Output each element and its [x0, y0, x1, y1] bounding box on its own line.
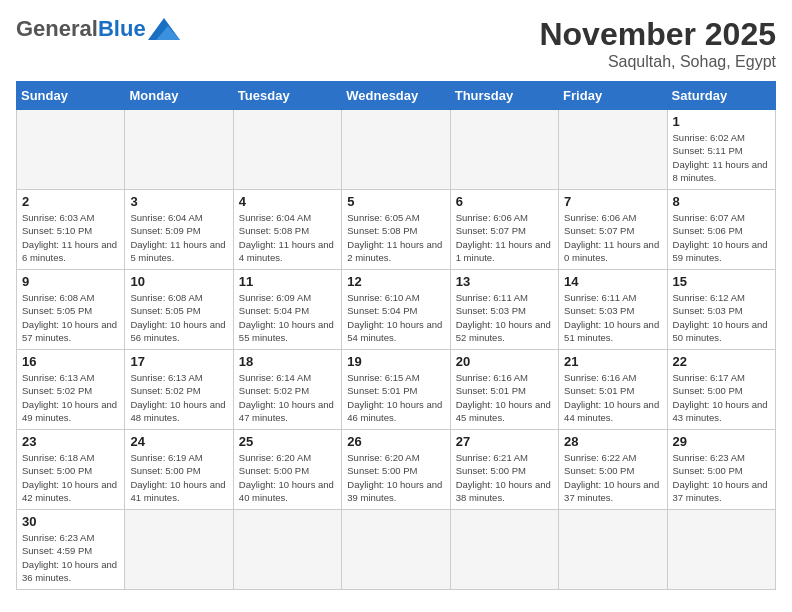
- calendar: SundayMondayTuesdayWednesdayThursdayFrid…: [16, 81, 776, 590]
- calendar-cell: 19Sunrise: 6:15 AMSunset: 5:01 PMDayligh…: [342, 350, 450, 430]
- calendar-cell: 30Sunrise: 6:23 AMSunset: 4:59 PMDayligh…: [17, 510, 125, 590]
- calendar-cell: 4Sunrise: 6:04 AMSunset: 5:08 PMDaylight…: [233, 190, 341, 270]
- day-info: Sunrise: 6:11 AMSunset: 5:03 PMDaylight:…: [564, 291, 661, 344]
- day-info: Sunrise: 6:10 AMSunset: 5:04 PMDaylight:…: [347, 291, 444, 344]
- calendar-cell: [450, 110, 558, 190]
- day-info: Sunrise: 6:14 AMSunset: 5:02 PMDaylight:…: [239, 371, 336, 424]
- logo-general-text: General: [16, 16, 98, 42]
- day-number: 12: [347, 274, 444, 289]
- day-info: Sunrise: 6:21 AMSunset: 5:00 PMDaylight:…: [456, 451, 553, 504]
- calendar-week-1: 2Sunrise: 6:03 AMSunset: 5:10 PMDaylight…: [17, 190, 776, 270]
- weekday-header-tuesday: Tuesday: [233, 82, 341, 110]
- day-number: 25: [239, 434, 336, 449]
- calendar-cell: [17, 110, 125, 190]
- day-number: 7: [564, 194, 661, 209]
- weekday-header-sunday: Sunday: [17, 82, 125, 110]
- day-number: 30: [22, 514, 119, 529]
- day-number: 28: [564, 434, 661, 449]
- header: GeneralBlue November 2025 Saqultah, Soha…: [16, 16, 776, 71]
- calendar-cell: 22Sunrise: 6:17 AMSunset: 5:00 PMDayligh…: [667, 350, 775, 430]
- day-number: 8: [673, 194, 770, 209]
- calendar-week-2: 9Sunrise: 6:08 AMSunset: 5:05 PMDaylight…: [17, 270, 776, 350]
- title-area: November 2025 Saqultah, Sohag, Egypt: [539, 16, 776, 71]
- day-number: 11: [239, 274, 336, 289]
- day-number: 13: [456, 274, 553, 289]
- calendar-cell: [125, 110, 233, 190]
- day-number: 27: [456, 434, 553, 449]
- calendar-cell: 7Sunrise: 6:06 AMSunset: 5:07 PMDaylight…: [559, 190, 667, 270]
- day-number: 3: [130, 194, 227, 209]
- calendar-cell: 8Sunrise: 6:07 AMSunset: 5:06 PMDaylight…: [667, 190, 775, 270]
- calendar-week-0: 1Sunrise: 6:02 AMSunset: 5:11 PMDaylight…: [17, 110, 776, 190]
- day-info: Sunrise: 6:13 AMSunset: 5:02 PMDaylight:…: [22, 371, 119, 424]
- calendar-cell: 26Sunrise: 6:20 AMSunset: 5:00 PMDayligh…: [342, 430, 450, 510]
- calendar-cell: 3Sunrise: 6:04 AMSunset: 5:09 PMDaylight…: [125, 190, 233, 270]
- calendar-cell: 20Sunrise: 6:16 AMSunset: 5:01 PMDayligh…: [450, 350, 558, 430]
- logo-icon: [148, 18, 180, 40]
- day-info: Sunrise: 6:17 AMSunset: 5:00 PMDaylight:…: [673, 371, 770, 424]
- calendar-cell: 2Sunrise: 6:03 AMSunset: 5:10 PMDaylight…: [17, 190, 125, 270]
- day-number: 29: [673, 434, 770, 449]
- day-info: Sunrise: 6:11 AMSunset: 5:03 PMDaylight:…: [456, 291, 553, 344]
- day-info: Sunrise: 6:08 AMSunset: 5:05 PMDaylight:…: [22, 291, 119, 344]
- day-info: Sunrise: 6:12 AMSunset: 5:03 PMDaylight:…: [673, 291, 770, 344]
- calendar-cell: 10Sunrise: 6:08 AMSunset: 5:05 PMDayligh…: [125, 270, 233, 350]
- day-number: 1: [673, 114, 770, 129]
- day-info: Sunrise: 6:07 AMSunset: 5:06 PMDaylight:…: [673, 211, 770, 264]
- day-info: Sunrise: 6:23 AMSunset: 4:59 PMDaylight:…: [22, 531, 119, 584]
- day-info: Sunrise: 6:06 AMSunset: 5:07 PMDaylight:…: [456, 211, 553, 264]
- day-number: 23: [22, 434, 119, 449]
- day-info: Sunrise: 6:04 AMSunset: 5:09 PMDaylight:…: [130, 211, 227, 264]
- day-number: 18: [239, 354, 336, 369]
- day-number: 5: [347, 194, 444, 209]
- day-info: Sunrise: 6:15 AMSunset: 5:01 PMDaylight:…: [347, 371, 444, 424]
- calendar-cell: 28Sunrise: 6:22 AMSunset: 5:00 PMDayligh…: [559, 430, 667, 510]
- day-info: Sunrise: 6:16 AMSunset: 5:01 PMDaylight:…: [456, 371, 553, 424]
- calendar-cell: 13Sunrise: 6:11 AMSunset: 5:03 PMDayligh…: [450, 270, 558, 350]
- weekday-header-friday: Friday: [559, 82, 667, 110]
- calendar-cell: 16Sunrise: 6:13 AMSunset: 5:02 PMDayligh…: [17, 350, 125, 430]
- day-info: Sunrise: 6:20 AMSunset: 5:00 PMDaylight:…: [347, 451, 444, 504]
- calendar-cell: 17Sunrise: 6:13 AMSunset: 5:02 PMDayligh…: [125, 350, 233, 430]
- day-info: Sunrise: 6:02 AMSunset: 5:11 PMDaylight:…: [673, 131, 770, 184]
- calendar-week-3: 16Sunrise: 6:13 AMSunset: 5:02 PMDayligh…: [17, 350, 776, 430]
- calendar-cell: 11Sunrise: 6:09 AMSunset: 5:04 PMDayligh…: [233, 270, 341, 350]
- calendar-cell: 9Sunrise: 6:08 AMSunset: 5:05 PMDaylight…: [17, 270, 125, 350]
- day-info: Sunrise: 6:08 AMSunset: 5:05 PMDaylight:…: [130, 291, 227, 344]
- weekday-header-saturday: Saturday: [667, 82, 775, 110]
- day-info: Sunrise: 6:04 AMSunset: 5:08 PMDaylight:…: [239, 211, 336, 264]
- calendar-cell: [450, 510, 558, 590]
- calendar-cell: 29Sunrise: 6:23 AMSunset: 5:00 PMDayligh…: [667, 430, 775, 510]
- day-info: Sunrise: 6:09 AMSunset: 5:04 PMDaylight:…: [239, 291, 336, 344]
- calendar-cell: 1Sunrise: 6:02 AMSunset: 5:11 PMDaylight…: [667, 110, 775, 190]
- day-info: Sunrise: 6:23 AMSunset: 5:00 PMDaylight:…: [673, 451, 770, 504]
- day-info: Sunrise: 6:18 AMSunset: 5:00 PMDaylight:…: [22, 451, 119, 504]
- weekday-header-row: SundayMondayTuesdayWednesdayThursdayFrid…: [17, 82, 776, 110]
- day-number: 14: [564, 274, 661, 289]
- weekday-header-thursday: Thursday: [450, 82, 558, 110]
- day-info: Sunrise: 6:13 AMSunset: 5:02 PMDaylight:…: [130, 371, 227, 424]
- calendar-cell: 5Sunrise: 6:05 AMSunset: 5:08 PMDaylight…: [342, 190, 450, 270]
- weekday-header-monday: Monday: [125, 82, 233, 110]
- day-number: 6: [456, 194, 553, 209]
- day-number: 16: [22, 354, 119, 369]
- day-number: 10: [130, 274, 227, 289]
- day-number: 2: [22, 194, 119, 209]
- calendar-cell: [559, 510, 667, 590]
- calendar-cell: [125, 510, 233, 590]
- day-number: 24: [130, 434, 227, 449]
- calendar-cell: 18Sunrise: 6:14 AMSunset: 5:02 PMDayligh…: [233, 350, 341, 430]
- calendar-cell: 25Sunrise: 6:20 AMSunset: 5:00 PMDayligh…: [233, 430, 341, 510]
- calendar-cell: [667, 510, 775, 590]
- day-number: 19: [347, 354, 444, 369]
- day-info: Sunrise: 6:16 AMSunset: 5:01 PMDaylight:…: [564, 371, 661, 424]
- calendar-cell: [559, 110, 667, 190]
- day-info: Sunrise: 6:06 AMSunset: 5:07 PMDaylight:…: [564, 211, 661, 264]
- day-number: 22: [673, 354, 770, 369]
- logo-blue-text: Blue: [98, 16, 146, 42]
- day-info: Sunrise: 6:22 AMSunset: 5:00 PMDaylight:…: [564, 451, 661, 504]
- day-number: 20: [456, 354, 553, 369]
- day-number: 15: [673, 274, 770, 289]
- day-number: 17: [130, 354, 227, 369]
- calendar-cell: 21Sunrise: 6:16 AMSunset: 5:01 PMDayligh…: [559, 350, 667, 430]
